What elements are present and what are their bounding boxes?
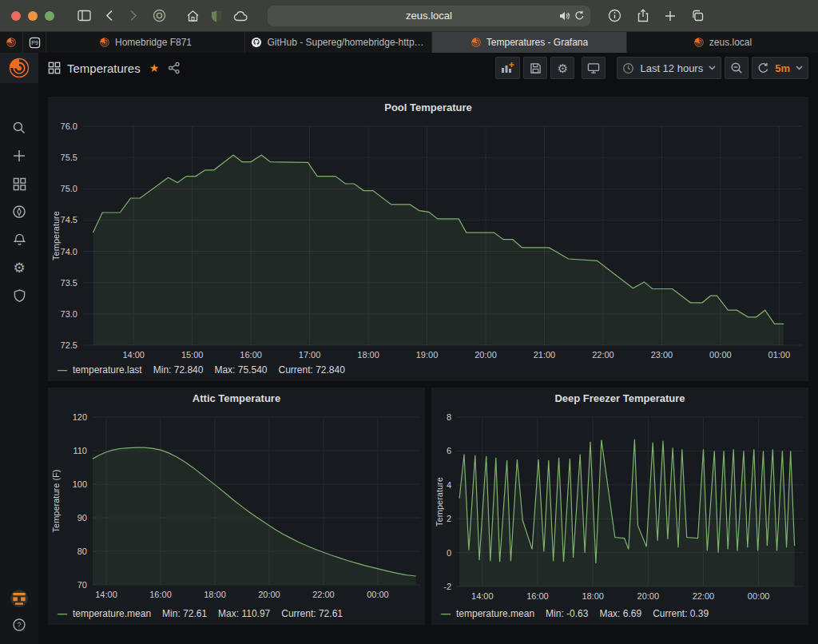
sidebar-item-search[interactable] (8, 120, 30, 136)
svg-text:?: ? (17, 620, 21, 629)
window-minimize-button[interactable] (28, 11, 38, 21)
back-button[interactable] (100, 6, 119, 26)
reader-info-button[interactable] (605, 6, 624, 26)
chevron-left-icon (105, 10, 113, 22)
chevron-right-icon (129, 10, 137, 22)
save-icon (530, 62, 542, 74)
new-tab-button[interactable] (661, 6, 680, 26)
info-circle-icon (608, 9, 621, 22)
svg-text:0: 0 (447, 548, 451, 558)
svg-text:74.0: 74.0 (61, 247, 77, 256)
save-dashboard-button[interactable] (523, 57, 547, 79)
plus-icon (665, 10, 676, 22)
grafana-logo[interactable] (0, 53, 38, 83)
svg-text:20:00: 20:00 (258, 590, 280, 599)
svg-text:-2: -2 (443, 582, 451, 591)
legend-current: Current: 72.840 (278, 364, 344, 376)
svg-text:18:00: 18:00 (582, 591, 604, 601)
share-button[interactable] (633, 6, 653, 26)
window-close-button[interactable] (11, 11, 21, 21)
legend-series-name[interactable]: temperature.mean (456, 608, 534, 619)
legend-min: Min: 72.61 (162, 608, 207, 619)
sidebar-item-explore[interactable] (8, 204, 30, 220)
svg-text:70: 70 (77, 580, 87, 590)
tab-github[interactable]: GitHub - Supereg/homebridge-http-tempera… (245, 32, 432, 53)
pinned-tab-grafana[interactable] (0, 32, 23, 53)
svg-text:00:00: 00:00 (709, 350, 732, 360)
screen: zeus.local (0, 0, 818, 644)
svg-text:Temperature (F): Temperature (F) (51, 470, 61, 533)
address-url: zeus.local (406, 10, 452, 22)
share-dashboard-icon[interactable] (168, 62, 181, 74)
svg-text:80: 80 (77, 547, 87, 556)
homebridge-favicon (99, 37, 110, 48)
svg-text:100: 100 (73, 479, 87, 489)
deep-freezer-temperature-chart[interactable]: -20246814:0016:0018:0020:0022:0000:00Tem… (431, 388, 808, 625)
panel-pool-temperature: 72.573.073.574.074.575.075.576.014:0015:… (48, 97, 808, 381)
github-favicon (251, 37, 262, 48)
tab-title: Temperatures - Grafana (486, 37, 588, 48)
attic-temperature-chart[interactable]: 70809010011012014:0016:0018:0020:0022:00… (48, 388, 425, 625)
svg-text:15:00: 15:00 (181, 350, 204, 360)
svg-text:76.0: 76.0 (61, 121, 77, 131)
tab-overview-button[interactable] (688, 6, 707, 26)
zoom-out-time-button[interactable] (725, 57, 749, 79)
legend-min: Min: 72.840 (153, 364, 204, 376)
sidebar-item-server-admin[interactable] (8, 288, 30, 304)
sidebar-item-configuration[interactable]: ⚙ (8, 260, 30, 276)
tab-bar: P9 Homebridge F871 GitHub - Supereg/home… (0, 32, 818, 53)
home-button[interactable] (183, 6, 202, 26)
reload-icon[interactable] (574, 10, 585, 21)
cycle-view-mode-button[interactable] (582, 57, 606, 79)
window-zoom-button[interactable] (45, 11, 54, 21)
svg-text:110: 110 (73, 446, 87, 455)
svg-text:16:00: 16:00 (526, 591, 549, 601)
sidebar-item-dashboards[interactable] (8, 176, 30, 192)
legend-max: Max: 110.97 (218, 608, 270, 619)
pool-temperature-chart[interactable]: 72.573.073.574.074.575.075.576.014:0015:… (48, 97, 808, 381)
address-bar[interactable]: zeus.local (268, 6, 590, 26)
panel-title-deep-freezer[interactable]: Deep Freezer Temperature (431, 392, 808, 404)
avatar-image (10, 589, 29, 608)
tab-zeus-local[interactable]: zeus.local (627, 32, 818, 53)
help-button[interactable]: ? (8, 617, 30, 633)
onepassword-extension-button[interactable] (149, 6, 169, 26)
legend-min: Min: -0.63 (546, 608, 588, 619)
add-panel-button[interactable] (495, 57, 520, 79)
icloud-tab-button[interactable] (231, 6, 250, 26)
dashboard-settings-button[interactable]: ⚙ (550, 57, 574, 79)
legend-series-name[interactable]: temperature.mean (73, 608, 151, 619)
svg-text:22:00: 22:00 (312, 590, 335, 599)
svg-text:01:00: 01:00 (768, 350, 791, 360)
panel-title-attic[interactable]: Attic Temperature (48, 392, 425, 404)
content-blocker-extension-button[interactable] (207, 6, 226, 26)
time-range-picker[interactable]: Last 12 hours (617, 57, 721, 79)
sidebar-item-alerting[interactable] (8, 232, 30, 248)
svg-text:19:00: 19:00 (416, 350, 439, 360)
grafana-top-nav: Temperatures ★ (38, 53, 818, 83)
time-range-label: Last 12 hours (640, 62, 703, 74)
refresh-picker[interactable]: 5m (752, 57, 808, 79)
shield-extension-icon (211, 10, 222, 22)
svg-text:16:00: 16:00 (240, 350, 262, 360)
svg-text:14:00: 14:00 (471, 591, 494, 601)
pinned-tab-p9[interactable]: P9 (23, 32, 46, 53)
tab-temperatures-grafana[interactable]: Temperatures - Grafana (432, 32, 627, 53)
svg-text:14:00: 14:00 (95, 590, 117, 599)
tab-homebridge[interactable]: Homebridge F871 (46, 32, 245, 53)
sidebar-toggle-button[interactable] (74, 6, 93, 26)
magnifier-minus-icon (730, 62, 743, 74)
tab-title: GitHub - Supereg/homebridge-http-tempera… (267, 37, 425, 48)
svg-text:17:00: 17:00 (299, 350, 321, 360)
tab-title: zeus.local (709, 37, 752, 48)
dashboard-title[interactable]: Temperatures (67, 62, 141, 75)
user-avatar[interactable] (8, 590, 30, 606)
panel-title-pool[interactable]: Pool Temperature (48, 101, 808, 113)
favorite-star-icon[interactable]: ★ (149, 62, 160, 74)
audio-playing-icon[interactable] (559, 11, 570, 21)
legend-series-marker: — (441, 608, 451, 619)
sidebar-item-create[interactable] (8, 148, 30, 164)
forward-button[interactable] (124, 6, 143, 26)
legend-series-marker: — (58, 364, 67, 376)
legend-series-name[interactable]: temperature.last (73, 364, 142, 376)
